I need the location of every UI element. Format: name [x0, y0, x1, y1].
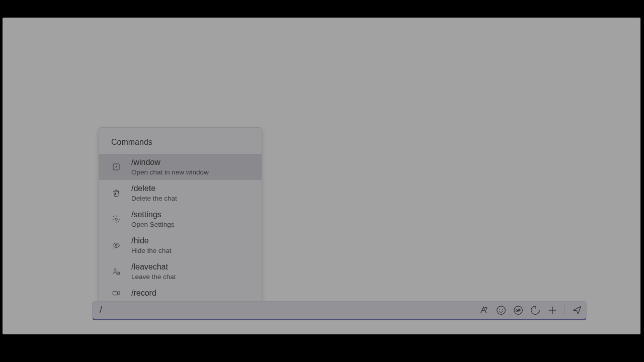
- command-title: /settings: [131, 210, 175, 220]
- svg-point-4: [114, 269, 116, 272]
- command-item-hide[interactable]: /hide Hide the chat: [99, 232, 262, 258]
- commands-popup: Commands /window Open chat in new window…: [99, 127, 262, 307]
- loop-icon[interactable]: [529, 304, 541, 316]
- message-input[interactable]: [93, 305, 478, 316]
- plus-icon[interactable]: [546, 304, 558, 316]
- svg-point-1: [115, 218, 118, 221]
- letterbox-bottom: [0, 334, 644, 362]
- format-icon[interactable]: [478, 304, 490, 316]
- svg-rect-7: [113, 291, 117, 295]
- send-icon[interactable]: [571, 304, 583, 316]
- command-item-leavechat[interactable]: /leavechat Leave the chat: [99, 258, 262, 285]
- command-item-delete[interactable]: /delete Delete the chat: [99, 180, 262, 206]
- compose-bar: [92, 301, 587, 320]
- command-title: /hide: [131, 236, 172, 246]
- commands-popup-header: Commands: [99, 128, 262, 154]
- toolbar-divider: [565, 305, 565, 316]
- command-desc: Open Settings: [131, 220, 175, 229]
- commands-list: /window Open chat in new window /delete …: [99, 154, 262, 298]
- open-window-icon: [111, 162, 121, 172]
- svg-point-8: [497, 306, 506, 315]
- command-desc: Delete the chat: [131, 194, 177, 203]
- compose-toolbar: [478, 304, 586, 316]
- leave-icon: [111, 266, 121, 277]
- command-title: /window: [131, 157, 209, 167]
- svg-point-10: [502, 309, 503, 309]
- command-desc: Open chat in new window: [131, 168, 209, 176]
- hide-icon: [111, 240, 121, 250]
- command-title: /delete: [131, 184, 177, 194]
- command-item-settings[interactable]: /settings Open Settings: [99, 206, 262, 232]
- command-title: /record: [131, 288, 156, 298]
- gif-icon[interactable]: [512, 304, 524, 316]
- svg-line-6: [117, 273, 119, 275]
- gear-icon: [111, 214, 121, 224]
- command-desc: Hide the chat: [131, 246, 172, 255]
- svg-point-9: [500, 309, 500, 309]
- app-background: Commands /window Open chat in new window…: [3, 18, 640, 334]
- emoji-icon[interactable]: [495, 304, 507, 316]
- letterbox-top: [0, 0, 644, 18]
- command-item-window[interactable]: /window Open chat in new window: [99, 154, 262, 180]
- command-item-record[interactable]: /record: [99, 285, 262, 298]
- trash-icon: [111, 188, 121, 198]
- command-desc: Leave the chat: [131, 273, 176, 281]
- command-title: /leavechat: [131, 262, 176, 272]
- record-icon: [111, 288, 121, 298]
